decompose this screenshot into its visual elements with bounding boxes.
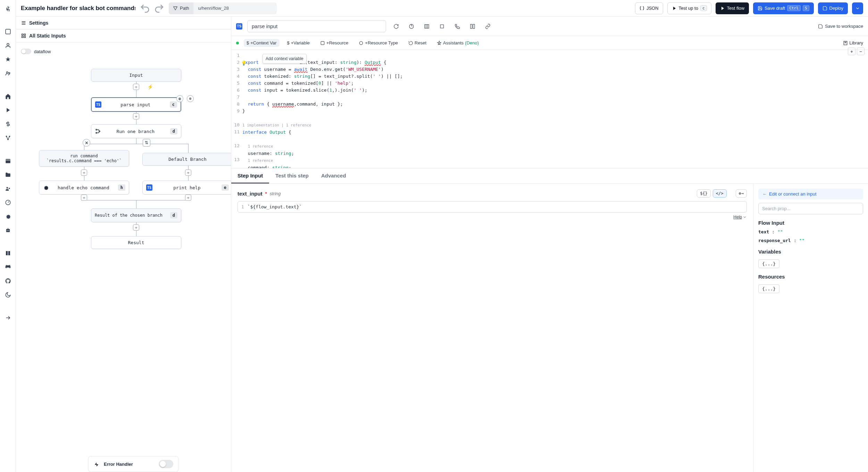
add-after-print[interactable]: + (185, 194, 191, 201)
cache-icon[interactable] (406, 21, 417, 32)
variables-expand[interactable]: {...} (758, 259, 779, 268)
step-name-input[interactable]: parse input (247, 20, 386, 32)
svg-point-8 (6, 187, 8, 189)
deploy-dropdown[interactable] (852, 2, 863, 14)
help-link[interactable]: Help (733, 215, 747, 220)
flow-input-url-row[interactable]: response_url : "" (758, 238, 863, 243)
error-handler-toggle[interactable] (159, 460, 173, 468)
resources-expand[interactable]: {...} (758, 284, 779, 293)
stop-icon[interactable] (437, 21, 447, 32)
save-to-workspace-button[interactable]: Save to workspace (818, 24, 863, 29)
svg-rect-17 (24, 36, 25, 38)
tab-test-step[interactable]: Test this step (269, 168, 315, 183)
resource-button[interactable]: +Resource (317, 39, 351, 47)
nodes-icon[interactable] (2, 132, 14, 144)
add-after-input[interactable]: + (133, 84, 139, 90)
phone-icon[interactable] (452, 21, 462, 32)
svg-rect-0 (6, 29, 10, 34)
refresh-icon[interactable] (391, 21, 401, 32)
code-pill[interactable]: </> (713, 189, 727, 198)
library-button[interactable]: Library (843, 40, 863, 45)
workspace-icon[interactable] (2, 26, 14, 38)
assistants-button[interactable]: Assistants (Deno) (434, 39, 482, 47)
static-inputs-row[interactable]: All Static Inputs (16, 30, 231, 42)
svg-point-3 (8, 72, 10, 74)
settings-row[interactable]: Settings (16, 17, 231, 30)
book-icon[interactable] (2, 247, 14, 259)
add-circle-icon[interactable]: ⊕ (176, 95, 183, 102)
folder-icon[interactable] (2, 169, 14, 181)
resource-type-button[interactable]: +Resource Type (356, 39, 401, 47)
node-result[interactable]: Result (91, 236, 181, 249)
calendar-icon[interactable] (2, 155, 14, 167)
dollar-icon[interactable] (2, 118, 14, 130)
path-display[interactable]: Path u/henri/flow_28 (169, 2, 277, 14)
discord-icon[interactable] (2, 261, 14, 273)
reset-button[interactable]: Reset (406, 39, 429, 47)
node-run-one-branch[interactable]: Run one branch d (91, 124, 181, 138)
save-draft-button[interactable]: Save draftCtrlS (753, 2, 813, 14)
node-print-help[interactable]: TS print help e (142, 181, 231, 194)
moon-icon[interactable] (2, 289, 14, 301)
add-after-parse[interactable]: + (133, 113, 139, 119)
dataflow-toggle[interactable] (21, 49, 31, 54)
add-after-handle[interactable]: + (81, 194, 87, 201)
user-icon[interactable] (2, 40, 14, 51)
lightbulb-icon[interactable]: 💡 (241, 60, 247, 67)
left-nav-rail (0, 0, 16, 472)
expression-value: `${flow_input.text}` (248, 204, 302, 209)
variable-button[interactable]: $ +Variable (284, 39, 313, 47)
github-icon[interactable] (2, 275, 14, 287)
add-after-runcmd[interactable]: + (81, 169, 87, 176)
layout-icon[interactable] (467, 21, 478, 32)
variables-heading: Variables (758, 249, 863, 255)
node-default-branch[interactable]: Default Branch (142, 153, 231, 166)
connect-input-button[interactable]: ← Edit or connect an input (758, 189, 863, 199)
expression-editor[interactable]: 1 `${flow_input.text}` (237, 201, 747, 213)
speed-icon[interactable] (2, 197, 14, 208)
expand-icon[interactable] (2, 312, 14, 324)
flow-input-text-row[interactable]: text : "" (758, 229, 863, 234)
gear-icon[interactable] (2, 210, 14, 222)
plug-pill[interactable]: ⊕→ (736, 189, 747, 198)
node-handle-echo[interactable]: handle echo command h (39, 181, 129, 194)
node-result-branch[interactable]: Result of the chosen branch d (91, 208, 181, 222)
node-parse-input[interactable]: TS parse input c ⊕ ⊗ (91, 97, 181, 112)
play-icon[interactable] (2, 104, 14, 116)
dollar-pill[interactable]: ${} (697, 189, 711, 198)
star-icon[interactable] (2, 53, 14, 65)
tab-step-input[interactable]: Step Input (231, 168, 269, 183)
home-icon[interactable] (2, 90, 14, 102)
deploy-button[interactable]: Deploy (818, 2, 848, 14)
test-upto-button[interactable]: Test up toc (667, 2, 711, 14)
bolt-icon: ⚡ (147, 84, 153, 90)
columns-icon[interactable] (422, 21, 432, 32)
close-circle-icon[interactable]: ⊗ (187, 95, 194, 102)
svg-rect-16 (22, 36, 23, 38)
robot-icon[interactable] (2, 224, 14, 236)
path-value: u/henri/flow_28 (193, 6, 277, 11)
group-icon[interactable] (2, 183, 14, 194)
add-after-resultbranch[interactable]: + (133, 224, 139, 231)
link-icon[interactable] (483, 21, 493, 32)
context-var-button[interactable]: $ +Context Var (244, 39, 279, 47)
flow-graph-panel: Settings All Static Inputs dataflow +− (16, 17, 231, 472)
svg-rect-22 (440, 25, 443, 28)
redo-button[interactable] (154, 3, 165, 14)
flow-title-input[interactable] (21, 5, 135, 12)
search-prop-input[interactable]: Search prop... (758, 203, 863, 214)
add-after-default[interactable]: + (185, 169, 191, 176)
swap-branch-button[interactable]: ⇅ (143, 139, 150, 147)
node-run-command[interactable]: run command `results.c.command === 'echo… (39, 150, 129, 167)
svg-rect-23 (470, 24, 472, 28)
tab-advanced[interactable]: Advanced (315, 168, 352, 183)
users-icon[interactable] (2, 67, 14, 79)
svg-rect-7 (6, 159, 10, 163)
code-editor[interactable]: 123456789101112131415 💡Add context varia… (231, 50, 868, 168)
test-flow-button[interactable]: Test flow (716, 2, 749, 14)
json-button[interactable]: JSON (635, 2, 663, 14)
node-input[interactable]: Input (91, 69, 181, 82)
undo-button[interactable] (140, 3, 150, 14)
remove-branch-button[interactable]: ✕ (83, 139, 90, 147)
logo-icon[interactable] (2, 3, 14, 15)
